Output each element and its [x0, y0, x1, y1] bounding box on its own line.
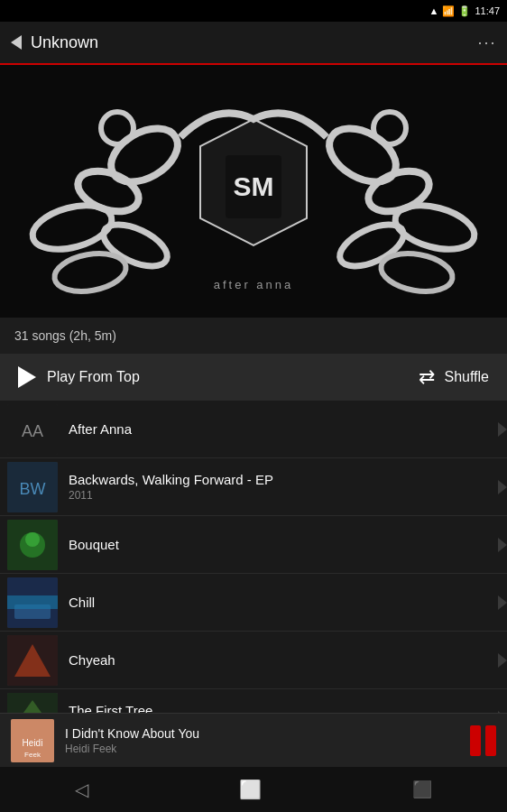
- status-icons: ▲ 📶 🔋 11:47: [429, 5, 500, 17]
- song-title: Chill: [69, 595, 507, 610]
- list-item[interactable]: Bouquet: [0, 516, 507, 574]
- chevron-right-icon: [498, 689, 507, 713]
- chevron-right-icon: [498, 516, 507, 573]
- song-thumbnail: [7, 693, 58, 714]
- song-thumbnail: AA: [7, 404, 58, 455]
- signal-icon: ▲: [429, 5, 439, 16]
- battery-icon: 🔋: [458, 5, 471, 17]
- songs-bar: 31 songs (2h, 5m): [0, 318, 507, 354]
- chevron-right-icon: [498, 401, 507, 457]
- svg-text:BW: BW: [20, 480, 46, 498]
- chevron-right-icon: [498, 458, 507, 515]
- svg-text:AA: AA: [22, 422, 43, 440]
- top-bar-left[interactable]: Unknown: [11, 33, 98, 52]
- home-nav-button[interactable]: ⬜: [239, 779, 262, 800]
- song-info: Bouquet: [69, 537, 507, 552]
- shuffle-button[interactable]: ⇄ Shuffle: [419, 365, 489, 389]
- song-thumbnail: [7, 520, 58, 570]
- hero-image: SM after anna: [0, 65, 507, 318]
- list-item[interactable]: The First Tree 2007: [0, 689, 507, 713]
- list-item[interactable]: BW Backwards, Walking Forward - EP 2011: [0, 458, 507, 516]
- song-subtitle: 2011: [69, 489, 507, 502]
- svg-rect-26: [7, 595, 58, 609]
- top-bar-title: Unknown: [31, 33, 98, 52]
- song-title: Chyeah: [69, 652, 507, 668]
- now-playing-title: I Didn't Know About You: [65, 726, 470, 741]
- back-arrow-icon[interactable]: [11, 35, 22, 50]
- song-title: Bouquet: [69, 537, 507, 552]
- list-item[interactable]: AA After Anna: [0, 401, 507, 458]
- song-info: Backwards, Walking Forward - EP 2011: [69, 472, 507, 502]
- clock: 11:47: [475, 5, 500, 16]
- play-label: Play From Top: [47, 369, 140, 385]
- svg-text:after anna: after anna: [214, 278, 294, 291]
- list-item[interactable]: Chyeah: [0, 632, 507, 689]
- song-thumbnail: [7, 635, 58, 686]
- top-bar: Unknown ⋮: [0, 22, 507, 65]
- song-title: Backwards, Walking Forward - EP: [69, 472, 507, 487]
- song-info: The First Tree 2007: [69, 703, 507, 713]
- now-playing-artist: Heidi Feek: [65, 743, 470, 755]
- now-playing-bar[interactable]: HeidiFeek I Didn't Know About You Heidi …: [0, 713, 507, 767]
- svg-text:Feek: Feek: [24, 751, 41, 759]
- song-thumbnail: [7, 577, 58, 628]
- shuffle-label: Shuffle: [444, 369, 489, 385]
- now-playing-info: I Didn't Know About You Heidi Feek: [65, 726, 470, 755]
- controls-bar[interactable]: Play From Top ⇄ Shuffle: [0, 354, 507, 401]
- more-options-icon[interactable]: ⋮: [475, 32, 496, 52]
- nav-bar: ◁ ⬜ ⬛: [0, 767, 507, 812]
- now-playing-thumbnail: HeidiFeek: [11, 719, 54, 762]
- back-nav-button[interactable]: ◁: [75, 779, 88, 800]
- song-thumbnail: BW: [7, 462, 58, 512]
- chevron-right-icon: [498, 632, 507, 688]
- svg-text:Heidi: Heidi: [23, 738, 43, 748]
- now-playing-controls[interactable]: [470, 725, 496, 756]
- song-info: Chyeah: [69, 652, 507, 668]
- recent-nav-button[interactable]: ⬛: [412, 780, 432, 799]
- pause-button[interactable]: [470, 725, 496, 756]
- play-icon: [18, 366, 36, 388]
- status-bar: ▲ 📶 🔋 11:47: [0, 0, 507, 22]
- song-title: The First Tree: [69, 703, 507, 713]
- wifi-icon: 📶: [442, 5, 455, 17]
- song-title: After Anna: [69, 421, 507, 437]
- song-list: AA After Anna BW Backwards, Walking Forw…: [0, 401, 507, 713]
- svg-point-23: [25, 532, 40, 547]
- songs-count: 31 songs (2h, 5m): [14, 328, 116, 343]
- pause-rect-left: [470, 725, 481, 756]
- hero-svg: SM after anna: [0, 65, 507, 318]
- song-info: Chill: [69, 595, 507, 610]
- svg-text:SM: SM: [234, 171, 274, 201]
- pause-rect-right: [485, 725, 496, 756]
- shuffle-icon: ⇄: [419, 365, 435, 389]
- song-info: After Anna: [69, 421, 507, 437]
- list-item[interactable]: Chill: [0, 574, 507, 632]
- play-from-top-button[interactable]: Play From Top: [18, 366, 140, 388]
- chevron-right-icon: [498, 574, 507, 631]
